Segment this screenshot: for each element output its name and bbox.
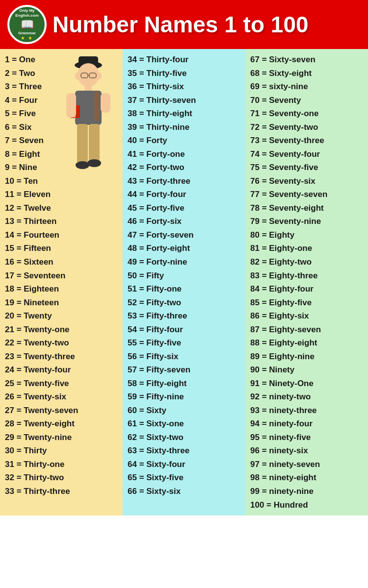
svg-point-6 — [75, 73, 80, 79]
right-column: 67 = Sixty-seven68 = Sixty-eight69 = six… — [245, 49, 368, 515]
list-item: 84 = Eighty-four — [250, 282, 363, 296]
list-item: 15 = Fifteen — [5, 242, 118, 255]
list-item: 86 = Eighty-six — [250, 309, 363, 323]
svg-point-18 — [87, 159, 101, 167]
right-number-list: 67 = Sixty-seven68 = Sixty-eight69 = six… — [250, 53, 363, 512]
left-column: 1 = One2 = Two3 = Three4 = Four5 = Five6… — [0, 49, 123, 515]
list-item: 18 = Eighteen — [5, 282, 118, 296]
list-item: 98 = ninety-eight — [250, 471, 363, 485]
list-item: 51 = Fifty-one — [128, 282, 240, 296]
list-item: 100 = Hundred — [250, 498, 363, 512]
list-item: 35 = Thirty-five — [128, 67, 240, 80]
content-area: 1 = One2 = Two3 = Three4 = Four5 = Five6… — [0, 49, 368, 515]
list-item: 27 = Twenty-seven — [5, 404, 118, 417]
list-item: 43 = Forty-three — [128, 174, 240, 188]
svg-point-7 — [97, 73, 102, 79]
list-item: 14 = Fourteen — [5, 228, 118, 242]
list-item: 72 = Seventy-two — [250, 121, 363, 134]
list-item: 36 = Thirty-six — [128, 80, 240, 94]
list-item: 81 = Eighty-one — [250, 242, 363, 255]
list-item: 22 = Twenty-two — [5, 336, 118, 350]
list-item: 48 = Forty-eight — [128, 242, 240, 255]
svg-point-17 — [76, 161, 89, 169]
list-item: 67 = Sixty-seven — [250, 53, 363, 67]
header: Only MyEnglish.com 📖 Grammar ★ ★ Number … — [0, 0, 368, 49]
list-item: 21 = Twenty-one — [5, 323, 118, 337]
list-item: 28 = Twenty-eight — [5, 417, 118, 431]
logo-text-bottom: Grammar — [18, 31, 36, 35]
list-item: 76 = Seventy-six — [250, 174, 363, 188]
logo-stars: ★ ★ — [21, 35, 34, 41]
svg-rect-10 — [95, 92, 99, 121]
logo-book-icon: 📖 — [21, 18, 34, 31]
list-item: 39 = Thirty-nine — [128, 121, 240, 134]
list-item: 97 = ninety-seven — [250, 458, 363, 471]
list-item: 64 = Sixty-four — [128, 458, 240, 471]
list-item: 41 = Forty-one — [128, 147, 240, 161]
list-item: 23 = Twenty-three — [5, 350, 118, 364]
list-item: 62 = Sixty-two — [128, 431, 240, 444]
list-item: 46 = Forty-six — [128, 215, 240, 228]
list-item: 47 = Forty-seven — [128, 228, 240, 242]
list-item: 31 = Thirty-one — [5, 458, 118, 471]
list-item: 56 = Fifty-six — [128, 350, 240, 364]
list-item: 26 = Twenty-six — [5, 390, 118, 404]
list-item: 93 = ninety-three — [250, 404, 363, 417]
list-item: 90 = Ninety — [250, 363, 363, 377]
list-item: 91 = Ninety-One — [250, 377, 363, 391]
list-item: 70 = Seventy — [250, 94, 363, 107]
list-item: 89 = Eighty-nine — [250, 350, 363, 364]
list-item: 63 = Sixty-three — [128, 444, 240, 458]
list-item: 38 = Thirty-eight — [128, 107, 240, 121]
list-item: 69 = sixty-nine — [250, 80, 363, 94]
list-item: 24 = Twenty-four — [5, 363, 118, 377]
list-item: 85 = Eighty-five — [250, 296, 363, 310]
list-item: 50 = Fifty — [128, 269, 240, 283]
list-item: 32 = Thirty-two — [5, 471, 118, 485]
mid-column: 34 = Thirty-four35 = Thirty-five36 = Thi… — [123, 49, 245, 515]
list-item: 74 = Seventy-four — [250, 147, 363, 161]
list-item: 61 = Sixty-one — [128, 417, 240, 431]
list-item: 16 = Sixteen — [5, 255, 118, 269]
list-item: 25 = Twenty-five — [5, 377, 118, 391]
list-item: 57 = Fifty-seven — [128, 363, 240, 377]
logo-text-top: Only MyEnglish.com — [15, 8, 39, 18]
list-item: 75 = Seventy-five — [250, 161, 363, 174]
svg-rect-16 — [89, 124, 100, 163]
page-title: Number Names 1 to 100 — [53, 12, 309, 37]
list-item: 33 = Thirty-three — [5, 485, 118, 498]
list-item: 83 = Eighty-three — [250, 269, 363, 283]
logo: Only MyEnglish.com 📖 Grammar ★ ★ — [7, 5, 47, 44]
list-item: 65 = Sixty-five — [128, 471, 240, 485]
list-item: 88 = Eighty-eight — [250, 336, 363, 350]
list-item: 73 = Seventy-three — [250, 134, 363, 147]
list-item: 80 = Eighty — [250, 228, 363, 242]
svg-rect-14 — [101, 93, 110, 113]
list-item: 66 = Sixty-six — [128, 485, 240, 498]
list-item: 96 = ninety-six — [250, 444, 363, 458]
list-item: 20 = Twenty — [5, 309, 118, 323]
list-item: 19 = Nineteen — [5, 296, 118, 310]
list-item: 71 = Seventy-one — [250, 107, 363, 121]
list-item: 58 = Fifty-eight — [128, 377, 240, 391]
list-item: 94 = ninety-four — [250, 417, 363, 431]
character-illustration — [56, 51, 125, 198]
mid-number-list: 34 = Thirty-four35 = Thirty-five36 = Thi… — [128, 53, 240, 498]
list-item: 59 = Fifty-nine — [128, 390, 240, 404]
list-item: 99 = ninety-nine — [250, 485, 363, 498]
list-item: 40 = Forty — [128, 134, 240, 147]
list-item: 53 = Fifty-three — [128, 309, 240, 323]
list-item: 44 = Forty-four — [128, 188, 240, 201]
list-item: 49 = Forty-nine — [128, 255, 240, 269]
list-item: 60 = Sixty — [128, 404, 240, 417]
list-item: 34 = Thirty-four — [128, 53, 240, 67]
list-item: 92 = ninety-two — [250, 390, 363, 404]
svg-rect-15 — [77, 124, 88, 163]
list-item: 68 = Sixty-eight — [250, 67, 363, 80]
list-item: 52 = Fifty-two — [128, 296, 240, 310]
list-item: 77 = Seventy-seven — [250, 188, 363, 201]
list-item: 13 = Thirteen — [5, 215, 118, 228]
list-item: 42 = Forty-two — [128, 161, 240, 174]
list-item: 30 = Thirty — [5, 444, 118, 458]
list-item: 79 = Seventy-nine — [250, 215, 363, 228]
